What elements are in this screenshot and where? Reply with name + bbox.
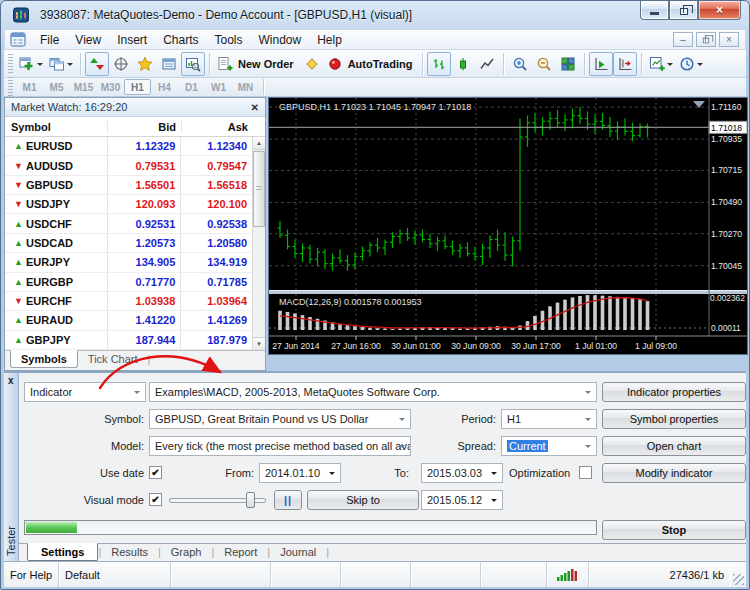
use-date-checkbox[interactable]: ✔ <box>149 466 162 479</box>
tile-windows-button[interactable] <box>556 52 580 76</box>
mdi-minimize-button[interactable]: – <box>673 32 693 47</box>
tester-titlebar[interactable]: x Tester <box>4 373 19 561</box>
pause-button[interactable]: || <box>274 490 302 510</box>
menu-item-window[interactable]: Window <box>251 31 310 49</box>
tab-report[interactable]: Report <box>214 544 267 560</box>
zoom-out-button[interactable] <box>532 52 556 76</box>
timeframe-h4[interactable]: H4 <box>151 79 178 95</box>
market-watch-row[interactable]: ▼USDJPY120.093120.100 <box>5 195 252 214</box>
scroll-up-icon[interactable]: ▲ <box>253 137 265 150</box>
modify-indicator-button[interactable]: Modify indicator <box>602 463 746 483</box>
indicator-properties-button[interactable]: Indicator properties <box>602 382 746 402</box>
period-combo[interactable]: H1 <box>501 409 597 429</box>
menu-app-icon[interactable] <box>10 32 28 48</box>
profiles-button[interactable] <box>46 52 76 76</box>
market-watch-close-icon[interactable]: ✕ <box>251 102 259 113</box>
tab-results[interactable]: Results <box>101 544 158 560</box>
tester-close-icon[interactable]: x <box>8 376 14 386</box>
metaeditor-button[interactable] <box>300 52 324 76</box>
close-button[interactable]: × <box>698 1 741 20</box>
mdi-close-button[interactable]: × <box>719 32 739 47</box>
timeframe-m15[interactable]: M15 <box>70 79 97 95</box>
from-date-combo[interactable]: 2014.01.10 <box>259 463 341 483</box>
skipto-date-combo[interactable]: 2015.05.12 <box>421 490 503 510</box>
market-watch-row[interactable]: ▲EURJPY134.905134.919 <box>5 253 252 272</box>
market-watch-scrollbar[interactable]: ▲ ▼ <box>252 137 265 350</box>
market-watch-button[interactable] <box>85 52 109 76</box>
timeframe-m5[interactable]: M5 <box>43 79 70 95</box>
bar-chart-button[interactable] <box>427 52 451 76</box>
timeframe-m30[interactable]: M30 <box>97 79 124 95</box>
menu-item-view[interactable]: View <box>67 31 109 49</box>
timeframe-grip[interactable] <box>8 77 13 97</box>
tab-journal[interactable]: Journal <box>270 544 326 560</box>
column-header-bid[interactable]: Bid <box>107 121 181 133</box>
market-watch-row[interactable]: ▲USDCHF0.925310.92538 <box>5 214 252 233</box>
maximize-button[interactable] <box>669 1 698 20</box>
tab-symbols[interactable]: Symbols <box>10 350 78 368</box>
auto-scroll-button[interactable] <box>589 52 613 76</box>
market-watch-row[interactable]: ▲USDCAD1.205731.20580 <box>5 234 252 253</box>
indicators-button[interactable] <box>646 52 676 76</box>
symbol-properties-button[interactable]: Symbol properties <box>602 409 746 429</box>
symbol-combo[interactable]: GBPUSD, Great Britain Pound vs US Dollar <box>149 409 411 429</box>
candle-chart-button[interactable] <box>451 52 475 76</box>
timeframe-mn[interactable]: MN <box>232 79 259 95</box>
chart-panel[interactable]: 1.711601.709351.707151.704901.702701.700… <box>268 97 748 355</box>
visual-mode-checkbox[interactable]: ✔ <box>149 493 162 506</box>
menu-item-insert[interactable]: Insert <box>109 31 155 49</box>
title-bar[interactable]: 3938087: MetaQuotes-Demo - Demo Account … <box>1 1 749 29</box>
timeframe-d1[interactable]: D1 <box>178 79 205 95</box>
chart-shift-button[interactable] <box>613 52 637 76</box>
market-watch-titlebar[interactable]: Market Watch: 16:29:20 ✕ <box>5 98 265 117</box>
market-watch-row[interactable]: ▲EURGBP0.717700.71785 <box>5 273 252 292</box>
spread-combo[interactable]: Current <box>501 436 597 456</box>
mdi-restore-button[interactable] <box>696 32 716 47</box>
menu-item-help[interactable]: Help <box>309 31 350 49</box>
market-watch-row[interactable]: ▲GBPJPY187.944187.979 <box>5 331 252 350</box>
timeframe-w1[interactable]: W1 <box>205 79 232 95</box>
menu-item-charts[interactable]: Charts <box>155 31 206 49</box>
menu-item-tools[interactable]: Tools <box>207 31 251 49</box>
tab-graph[interactable]: Graph <box>161 544 212 560</box>
market-watch-row[interactable]: ▼AUDUSD0.795310.79547 <box>5 156 252 175</box>
stop-button[interactable]: Stop <box>602 520 746 540</box>
market-watch-row[interactable]: ▲EURAUD1.412201.41269 <box>5 311 252 330</box>
data-window-button[interactable] <box>109 52 133 76</box>
skip-to-button[interactable]: Skip to <box>307 490 419 510</box>
zoom-in-button[interactable] <box>508 52 532 76</box>
to-date-combo[interactable]: 2015.03.03 <box>421 463 503 483</box>
open-chart-button[interactable]: Open chart <box>602 436 746 456</box>
tab-tick-chart[interactable]: Tick Chart <box>78 351 148 367</box>
scrollbar-thumb[interactable] <box>253 151 265 227</box>
line-chart-button[interactable] <box>475 52 499 76</box>
visual-speed-slider[interactable] <box>169 492 266 508</box>
periods-button[interactable] <box>676 52 706 76</box>
model-combo[interactable]: Every tick (the most precise method base… <box>149 436 411 456</box>
new-chart-button[interactable] <box>16 52 46 76</box>
scroll-down-icon[interactable]: ▼ <box>253 337 265 350</box>
timeframe-m1[interactable]: M1 <box>16 79 43 95</box>
market-watch-row[interactable]: ▼EURCHF1.039381.03964 <box>5 292 252 311</box>
new-order-button[interactable]: New Order <box>214 52 300 76</box>
resize-grip[interactable] <box>730 562 746 587</box>
market-watch-row[interactable]: ▲EURUSD1.123291.12340 <box>5 137 252 156</box>
autotrading-button[interactable]: AutoTrading <box>324 52 419 76</box>
column-header-ask[interactable]: Ask <box>181 121 253 133</box>
chart-canvas[interactable]: 1.711601.709351.707151.704901.702701.700… <box>269 98 747 354</box>
slider-thumb[interactable] <box>246 492 255 508</box>
tab-settings[interactable]: Settings <box>27 543 98 561</box>
toolbar-grip[interactable] <box>8 54 13 74</box>
status-profile[interactable]: Default <box>59 562 171 587</box>
navigator-button[interactable] <box>133 52 157 76</box>
terminal-button[interactable] <box>157 52 181 76</box>
minimize-button[interactable] <box>640 1 669 20</box>
column-header-symbol[interactable]: Symbol <box>5 121 107 133</box>
optimization-checkbox[interactable] <box>579 466 592 479</box>
market-watch-row[interactable]: ▼GBPUSD1.565011.56518 <box>5 176 252 195</box>
strategy-tester-button[interactable] <box>181 52 205 76</box>
menu-item-file[interactable]: File <box>32 31 67 49</box>
type-combo[interactable]: Indicator <box>24 382 146 402</box>
timeframe-h1[interactable]: H1 <box>124 79 151 95</box>
indicator-combo[interactable]: Examples\MACD, 2005-2013, MetaQuotes Sof… <box>149 382 597 402</box>
